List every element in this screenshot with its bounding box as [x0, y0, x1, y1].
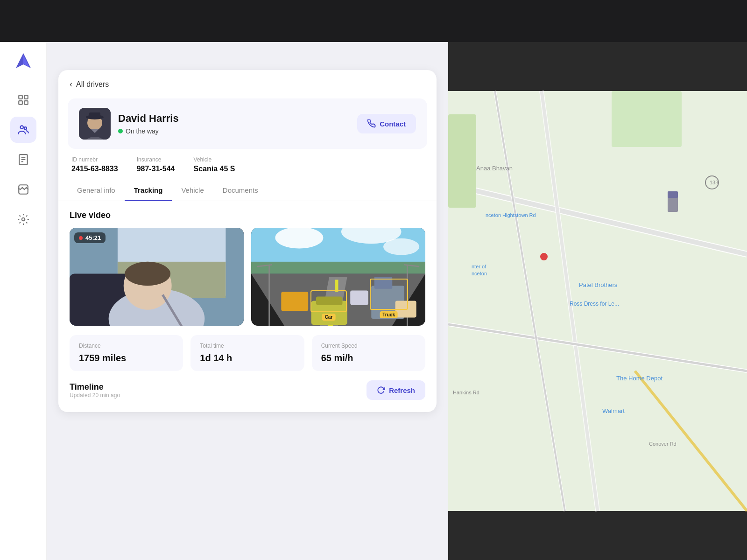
- timeline-subtitle: Updated 20 min ago: [70, 392, 120, 399]
- svg-rect-10: [448, 114, 476, 208]
- svg-rect-43: [89, 112, 100, 118]
- total-time-value: 1d 14 h: [200, 353, 295, 364]
- contact-button[interactable]: Contact: [357, 114, 416, 133]
- svg-point-50: [125, 262, 170, 286]
- back-arrow-icon: ‹: [70, 79, 72, 89]
- contact-btn-label: Contact: [380, 120, 406, 128]
- timeline-title: Timeline: [70, 382, 120, 392]
- truck-detection-label: Truck: [380, 311, 398, 318]
- driver-meta: ID numebr 2415-63-8833 Insurance 987-31-…: [58, 156, 437, 181]
- back-label: All drivers: [76, 80, 109, 89]
- svg-point-38: [21, 218, 25, 221]
- stat-speed: Current Speed 65 mi/h: [312, 335, 425, 371]
- svg-text:nceton Hightstown Rd: nceton Hightstown Rd: [486, 212, 536, 218]
- vehicle-value: Scania 45 S: [193, 165, 235, 173]
- meta-vehicle: Vehicle Scania 45 S: [193, 156, 235, 173]
- driver-name-block: David Harris On the way: [118, 112, 350, 135]
- rec-dot: [79, 236, 83, 240]
- svg-text:Conover Rd: Conover Rd: [649, 441, 677, 447]
- sidebar-item-dashboard[interactable]: [10, 87, 36, 113]
- timeline-header: Timeline Updated 20 min ago Refresh: [70, 380, 425, 400]
- map-area: Anaa Bhavan nceton Hightstown Rd nter of…: [448, 42, 747, 560]
- stats-row: Distance 1759 miles Total time 1d 14 h C…: [70, 335, 425, 371]
- svg-rect-29: [19, 101, 22, 105]
- speed-value: 65 mi/h: [321, 353, 416, 364]
- live-video-title: Live video: [70, 210, 425, 220]
- svg-text:Hankins Rd: Hankins Rd: [453, 390, 479, 395]
- tab-tracking[interactable]: Tracking: [125, 181, 172, 201]
- truck-detection-box: Truck: [370, 279, 408, 310]
- tab-vehicle[interactable]: Vehicle: [172, 181, 213, 201]
- app-logo[interactable]: [13, 51, 34, 74]
- svg-rect-24: [668, 196, 678, 212]
- svg-text:nter of: nter of: [472, 264, 486, 269]
- insurance-value: 987-31-544: [137, 165, 175, 173]
- dark-top-bar: [0, 0, 747, 42]
- tracking-content: Live video: [58, 201, 437, 412]
- speed-label: Current Speed: [321, 343, 416, 349]
- distance-value: 1759 miles: [79, 353, 174, 364]
- vehicle-label: Vehicle: [193, 156, 235, 163]
- timeline-left: Timeline Updated 20 min ago: [70, 382, 120, 399]
- svg-rect-11: [612, 91, 682, 147]
- main-panel: ‹ All drivers David: [47, 42, 448, 560]
- svg-text:133: 133: [710, 180, 718, 185]
- svg-text:The Home Depot: The Home Depot: [616, 375, 662, 382]
- tab-general-info[interactable]: General info: [68, 181, 125, 201]
- rec-badge: 45:21: [74, 232, 106, 243]
- stat-distance: Distance 1759 miles: [70, 335, 183, 371]
- back-nav[interactable]: ‹ All drivers: [58, 70, 437, 95]
- tabs: General info Tracking Vehicle Documents: [58, 181, 437, 201]
- detection-overlay: Car Truck: [251, 228, 425, 326]
- id-value: 2415-63-8833: [71, 165, 118, 173]
- meta-id: ID numebr 2415-63-8833: [71, 156, 118, 173]
- insurance-label: Insurance: [137, 156, 175, 163]
- driver-avatar: [79, 108, 111, 140]
- svg-rect-25: [668, 191, 678, 198]
- svg-text:Ross Dress for Le...: Ross Dress for Le...: [570, 301, 619, 307]
- status-text: On the way: [126, 127, 159, 135]
- svg-text:Walmart: Walmart: [602, 407, 625, 414]
- timer-text: 45:21: [85, 234, 101, 241]
- car-detection-box: Car: [310, 290, 347, 312]
- sidebar-item-drivers[interactable]: [10, 117, 36, 143]
- driver-name: David Harris: [118, 112, 350, 125]
- car-detection-label: Car: [322, 314, 336, 321]
- driver-cam-thumb[interactable]: 45:21: [70, 228, 244, 326]
- sidebar-item-analytics[interactable]: [10, 176, 36, 203]
- sidebar: [0, 42, 47, 560]
- sidebar-item-settings[interactable]: [10, 206, 36, 232]
- svg-text:nceton: nceton: [472, 271, 487, 276]
- svg-rect-28: [24, 95, 28, 99]
- video-row: 45:21: [70, 228, 425, 326]
- distance-label: Distance: [79, 343, 174, 349]
- tab-documents[interactable]: Documents: [213, 181, 268, 201]
- id-label: ID numebr: [71, 156, 118, 163]
- sidebar-item-reports[interactable]: [10, 147, 36, 173]
- refresh-button[interactable]: Refresh: [366, 380, 425, 400]
- svg-rect-30: [24, 101, 28, 105]
- driver-info-section: David Harris On the way Contact: [68, 98, 427, 149]
- driver-status: On the way: [118, 127, 350, 135]
- driver-card: ‹ All drivers David: [58, 70, 437, 412]
- svg-point-32: [24, 127, 26, 129]
- svg-point-26: [540, 253, 548, 260]
- svg-text:Patel Brothers: Patel Brothers: [579, 281, 618, 288]
- svg-text:Anaa Bhavan: Anaa Bhavan: [476, 165, 513, 172]
- total-time-label: Total time: [200, 343, 295, 349]
- road-cam-thumb[interactable]: Car Truck: [251, 228, 425, 326]
- refresh-label: Refresh: [389, 386, 415, 394]
- svg-point-31: [20, 126, 23, 129]
- svg-rect-27: [19, 95, 22, 99]
- status-dot: [118, 129, 123, 133]
- meta-insurance: Insurance 987-31-544: [137, 156, 175, 173]
- stat-total-time: Total time 1d 14 h: [190, 335, 304, 371]
